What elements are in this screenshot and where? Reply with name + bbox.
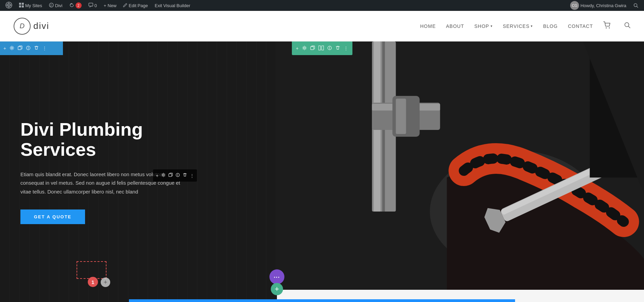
svg-rect-24 <box>321 46 324 50</box>
module-more-icon[interactable]: ⋮ <box>190 173 194 178</box>
section-disable-icon[interactable] <box>26 46 31 51</box>
svg-point-17 <box>11 47 13 49</box>
row-more-icon[interactable]: ⋮ <box>344 46 348 51</box>
site-logo[interactable]: D divi <box>14 18 49 35</box>
nav-links: Home About Shop ▾ Services ▾ Blog Contac… <box>420 21 630 31</box>
comments-icon <box>88 3 93 9</box>
comments-menu[interactable]: 0 <box>86 0 100 11</box>
row-settings-icon[interactable] <box>302 46 307 51</box>
svg-line-12 <box>637 6 638 8</box>
divi-icon: D <box>49 3 54 9</box>
module-toolbar: + ⋮ <box>153 169 197 182</box>
svg-rect-38 <box>396 99 406 134</box>
row-add-icon[interactable]: + <box>296 46 298 51</box>
nav-blog[interactable]: Blog <box>543 23 558 29</box>
exit-vb-button[interactable]: Exit Visual Builder <box>152 0 193 11</box>
logo-letter: D <box>20 22 24 30</box>
svg-rect-18 <box>18 47 21 50</box>
svg-rect-23 <box>318 46 320 50</box>
divi-menu[interactable]: D Divi <box>46 0 65 11</box>
row-duplicate-icon[interactable] <box>310 46 315 51</box>
nav-about[interactable]: About <box>446 23 464 29</box>
svg-point-14 <box>609 28 610 29</box>
module-duplicate-icon[interactable] <box>168 173 173 178</box>
my-sites-menu[interactable]: My Sites <box>16 0 45 11</box>
logo-circle: D <box>14 18 31 35</box>
module-badge-number: 1 <box>88 277 98 287</box>
hero-right-panel <box>277 41 644 302</box>
admin-search-button[interactable] <box>630 0 641 11</box>
svg-rect-4 <box>19 3 21 5</box>
comments-count: 0 <box>95 3 97 8</box>
hero-title: Divi Plumbing Services <box>20 119 257 160</box>
new-menu[interactable]: + New <box>101 0 119 11</box>
get-quote-button[interactable]: GET A QUOTE <box>20 209 85 224</box>
user-greeting: Howdy, Christina Gwira <box>580 3 626 8</box>
nav-bar: D divi Home About Shop ▾ Services ▾ Blog… <box>0 11 644 41</box>
row-toolbar: + ⋮ <box>292 41 352 55</box>
wordpress-logo[interactable] <box>3 0 15 11</box>
nav-contact[interactable]: Contact <box>568 23 593 29</box>
section-settings-icon[interactable] <box>10 46 14 51</box>
module-selection-box <box>77 261 106 279</box>
row-delete-icon[interactable] <box>335 46 340 51</box>
builder-options-button[interactable]: ●●● <box>269 269 284 284</box>
avatar: CG <box>570 1 579 10</box>
svg-point-13 <box>606 28 607 29</box>
logo-name: divi <box>33 21 49 31</box>
divi-label: Divi <box>55 3 63 8</box>
row-layout-icon[interactable] <box>318 46 324 51</box>
edit-icon <box>123 3 127 8</box>
edit-page-button[interactable]: Edit Page <box>120 0 150 11</box>
blue-accent-bar <box>129 299 515 302</box>
section-add-icon[interactable]: + <box>3 46 6 51</box>
svg-rect-5 <box>22 3 24 5</box>
nav-services[interactable]: Services ▾ <box>503 23 533 29</box>
services-caret: ▾ <box>531 24 533 28</box>
wordpress-icon <box>5 2 12 10</box>
svg-rect-10 <box>89 3 93 6</box>
admin-bar: My Sites D Divi 2 0 + New Edit Page Exit… <box>0 0 644 11</box>
svg-rect-7 <box>22 5 24 7</box>
svg-rect-28 <box>169 174 171 177</box>
updates-icon <box>69 3 74 9</box>
module-settings-icon[interactable] <box>161 173 166 178</box>
updates-menu[interactable]: 2 <box>67 0 84 11</box>
svg-text:D: D <box>50 4 52 7</box>
edit-page-label: Edit Page <box>129 3 148 8</box>
nav-shop[interactable]: Shop ▾ <box>474 23 493 29</box>
section-delete-icon[interactable] <box>34 46 39 51</box>
module-add-icon[interactable]: + <box>156 173 159 178</box>
new-icon: + <box>104 3 106 8</box>
svg-point-27 <box>163 174 164 176</box>
nav-home[interactable]: Home <box>420 23 436 29</box>
module-delete-icon[interactable] <box>183 173 187 178</box>
hero-image <box>277 41 644 302</box>
hero-svg <box>277 41 644 302</box>
site-search-icon[interactable] <box>624 22 630 30</box>
user-menu[interactable]: CG Howdy, Christina Gwira <box>567 0 629 11</box>
hero-left-panel: Divi Plumbing Services Etiam quis blandi… <box>0 41 277 302</box>
section-more-icon[interactable]: ⋮ <box>42 46 47 51</box>
my-sites-icon <box>19 3 24 9</box>
section-toolbar: + ⋮ <box>0 41 63 55</box>
module-disable-icon[interactable] <box>176 173 180 178</box>
svg-rect-22 <box>311 47 314 50</box>
svg-rect-6 <box>19 5 21 7</box>
exit-vb-label: Exit Visual Builder <box>155 3 191 8</box>
my-sites-label: My Sites <box>25 3 42 8</box>
new-label: New <box>108 3 116 8</box>
cta-wrapper: GET A QUOTE + ⋮ <box>20 209 257 224</box>
shop-caret: ▾ <box>491 24 493 28</box>
page-content: + ⋮ + ⋮ <box>0 41 644 302</box>
updates-count: 2 <box>76 2 82 9</box>
add-section-button[interactable]: + <box>271 283 283 295</box>
row-disable-icon[interactable] <box>327 46 332 51</box>
admin-bar-right: CG Howdy, Christina Gwira <box>567 0 641 11</box>
cart-icon[interactable] <box>603 21 611 31</box>
section-duplicate-icon[interactable] <box>18 46 22 51</box>
svg-point-21 <box>303 47 305 49</box>
svg-line-16 <box>628 26 630 28</box>
add-module-small-button[interactable]: + <box>101 278 110 287</box>
